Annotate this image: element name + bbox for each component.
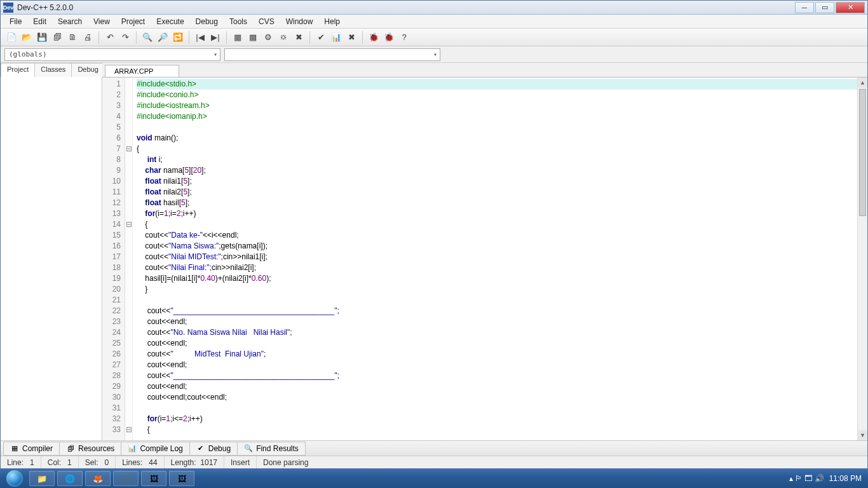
toolbar-button[interactable]: ↷ bbox=[118, 30, 132, 44]
toolbar-button[interactable]: |◀ bbox=[193, 30, 207, 44]
left-tabs: ProjectClassesDebug bbox=[1, 63, 102, 77]
toolbar-button[interactable]: ✔ bbox=[314, 30, 328, 44]
taskbar-app[interactable]: 🖼 bbox=[169, 471, 194, 486]
menu-window[interactable]: Window bbox=[281, 16, 318, 27]
toolbar-button[interactable]: ⛭ bbox=[276, 30, 290, 44]
menu-cvs[interactable]: CVS bbox=[254, 16, 280, 27]
scope-bar: (globals) bbox=[1, 46, 867, 63]
left-tab-debug[interactable]: Debug bbox=[71, 63, 104, 77]
toolbar-button[interactable]: 🔎 bbox=[156, 30, 170, 44]
left-panel: ProjectClassesDebug bbox=[1, 63, 102, 440]
toolbar-button[interactable]: 🔍 bbox=[140, 30, 154, 44]
taskbar-app[interactable]: 🌐 bbox=[57, 471, 83, 486]
editor-area: ARRAY.CPP 123456789101112131415161718192… bbox=[102, 63, 867, 440]
tab-icon: 📊 bbox=[128, 444, 137, 453]
globals-combo[interactable]: (globals) bbox=[4, 48, 220, 61]
status-length: Length: 1017 bbox=[165, 456, 224, 468]
maximize-button[interactable]: ▭ bbox=[815, 2, 834, 13]
menu-tools[interactable]: Tools bbox=[224, 16, 252, 27]
start-button[interactable] bbox=[3, 469, 27, 488]
toolbar-separator bbox=[362, 31, 363, 44]
scroll-up-icon[interactable]: ▲ bbox=[858, 78, 867, 88]
clock[interactable]: 11:08 PM bbox=[829, 475, 862, 482]
left-tab-project[interactable]: Project bbox=[1, 63, 35, 77]
toolbar-button[interactable]: ? bbox=[397, 30, 411, 44]
bottom-tab-resources[interactable]: 🗐Resources bbox=[59, 442, 121, 456]
taskbar-app[interactable]: 🎵 bbox=[113, 471, 139, 486]
scroll-thumb[interactable] bbox=[859, 89, 866, 216]
project-tree[interactable] bbox=[1, 77, 102, 440]
toolbar-button[interactable]: ✖ bbox=[292, 30, 306, 44]
toolbar-button[interactable]: 🗎 bbox=[65, 30, 79, 44]
toolbar-separator bbox=[136, 31, 137, 44]
toolbar-button[interactable]: 📂 bbox=[20, 30, 34, 44]
code-content[interactable]: #include<stdio.h>#include<conio.h>#inclu… bbox=[133, 78, 867, 440]
bottom-tab-debug[interactable]: ✔Debug bbox=[189, 442, 238, 456]
app-icon: Dev bbox=[3, 3, 13, 13]
file-tab-array-cpp[interactable]: ARRAY.CPP bbox=[105, 65, 179, 77]
toolbar-button[interactable]: 📊 bbox=[329, 30, 343, 44]
toolbar: 📄📂💾🗐🗎🖨↶↷🔍🔎🔁|◀▶|▦▩⚙⛭✖✔📊✖🐞🐞? bbox=[1, 29, 867, 46]
toolbar-button[interactable]: 📄 bbox=[4, 30, 18, 44]
windows-orb-icon bbox=[6, 470, 23, 487]
toolbar-separator bbox=[226, 31, 227, 44]
toolbar-button[interactable]: ⚙ bbox=[261, 30, 275, 44]
app-window: Dev Dev-C++ 5.2.0.0 ─ ▭ ✕ FileEditSearch… bbox=[0, 0, 868, 469]
bottom-tab-compiler[interactable]: ▦Compiler bbox=[3, 442, 60, 456]
menu-edit[interactable]: Edit bbox=[28, 16, 51, 27]
menu-debug[interactable]: Debug bbox=[191, 16, 223, 27]
toolbar-button[interactable]: 🐞 bbox=[367, 30, 381, 44]
titlebar: Dev Dev-C++ 5.2.0.0 ─ ▭ ✕ bbox=[1, 1, 867, 15]
toolbar-separator bbox=[98, 31, 99, 44]
toolbar-button[interactable]: ↶ bbox=[103, 30, 117, 44]
window-title: Dev-C++ 5.2.0.0 bbox=[17, 3, 795, 12]
window-controls: ─ ▭ ✕ bbox=[795, 2, 865, 13]
tab-label: Compiler bbox=[22, 444, 53, 453]
menu-search[interactable]: Search bbox=[53, 16, 87, 27]
taskbar-app[interactable]: 🦊 bbox=[85, 471, 111, 486]
system-tray: ▴ 🏳 🗔 🔊 11:08 PM bbox=[789, 474, 865, 483]
bottom-tab-find-results[interactable]: 🔍Find Results bbox=[237, 442, 306, 456]
bottom-tab-compile-log[interactable]: 📊Compile Log bbox=[121, 442, 189, 456]
menu-project[interactable]: Project bbox=[116, 16, 150, 27]
file-tabs: ARRAY.CPP bbox=[102, 63, 867, 77]
main-area: ProjectClassesDebug ARRAY.CPP 1234567891… bbox=[1, 63, 867, 440]
scroll-down-icon[interactable]: ▼ bbox=[858, 430, 867, 440]
vertical-scrollbar[interactable]: ▲ ▼ bbox=[857, 78, 867, 440]
members-combo[interactable] bbox=[224, 48, 440, 61]
minimize-button[interactable]: ─ bbox=[795, 2, 814, 13]
toolbar-button[interactable]: 🔁 bbox=[171, 30, 185, 44]
code-editor[interactable]: 1234567891011121314151617181920212223242… bbox=[102, 77, 867, 440]
tab-icon: ▦ bbox=[10, 444, 19, 453]
line-gutter: 1234567891011121314151617181920212223242… bbox=[102, 78, 125, 440]
tab-label: Resources bbox=[78, 444, 114, 453]
toolbar-button[interactable]: 🖨 bbox=[81, 30, 95, 44]
menu-help[interactable]: Help bbox=[319, 16, 345, 27]
toolbar-button[interactable]: ✖ bbox=[344, 30, 358, 44]
taskbar-app[interactable]: 🖼 bbox=[141, 471, 166, 486]
menu-view[interactable]: View bbox=[88, 16, 115, 27]
menu-file[interactable]: File bbox=[4, 16, 27, 27]
menu-execute[interactable]: Execute bbox=[151, 16, 189, 27]
toolbar-button[interactable]: ▩ bbox=[246, 30, 260, 44]
toolbar-button[interactable]: 💾 bbox=[35, 30, 49, 44]
taskbar-app[interactable]: 📁 bbox=[29, 471, 55, 486]
status-lines: Lines: 44 bbox=[116, 456, 164, 468]
status-line: Line: 1 bbox=[1, 456, 41, 468]
status-bar: Line: 1 Col: 1 Sel: 0 Lines: 44 Length: … bbox=[1, 456, 867, 468]
fold-column[interactable]: ⊟ ⊟ ⊟ bbox=[125, 78, 133, 440]
left-tab-classes[interactable]: Classes bbox=[34, 63, 72, 77]
status-parse: Done parsing bbox=[257, 456, 867, 468]
toolbar-button[interactable]: 🐞 bbox=[382, 30, 396, 44]
taskbar: 📁🌐🦊🎵🖼🖼 ▴ 🏳 🗔 🔊 11:08 PM bbox=[0, 469, 868, 488]
tab-label: Compile Log bbox=[140, 444, 182, 453]
toolbar-button[interactable]: 🗐 bbox=[50, 30, 64, 44]
toolbar-separator bbox=[309, 31, 310, 44]
tray-icons[interactable]: ▴ 🏳 🗔 🔊 bbox=[789, 474, 824, 483]
toolbar-button[interactable]: ▶| bbox=[208, 30, 222, 44]
tab-label: Find Results bbox=[256, 444, 299, 453]
status-mode: Insert bbox=[224, 456, 257, 468]
toolbar-button[interactable]: ▦ bbox=[231, 30, 245, 44]
close-button[interactable]: ✕ bbox=[836, 2, 865, 13]
menubar: FileEditSearchViewProjectExecuteDebugToo… bbox=[1, 15, 867, 29]
